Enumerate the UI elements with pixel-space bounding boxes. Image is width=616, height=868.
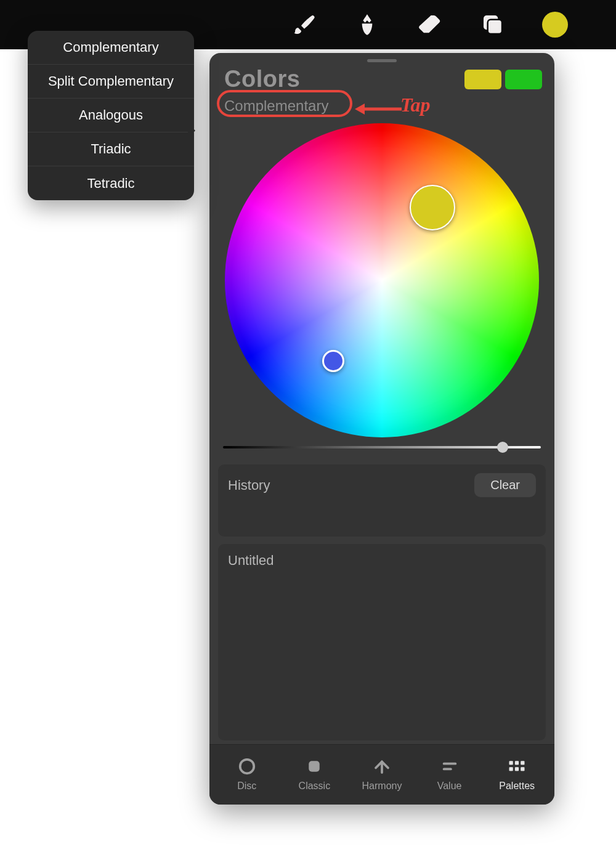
colors-panel: Colors Complementary Tap History Clear xyxy=(209,53,554,805)
panel-header: Colors xyxy=(209,65,554,95)
tab-label: Palettes xyxy=(499,781,535,792)
color-wheel[interactable] xyxy=(225,123,539,437)
annotation-text: Tap xyxy=(400,94,431,116)
current-color-chip[interactable] xyxy=(542,12,568,38)
history-swatch-grid[interactable] xyxy=(228,505,536,537)
brightness-slider-row xyxy=(209,446,554,461)
history-section: History Clear xyxy=(218,464,546,537)
tab-label: Harmony xyxy=(362,781,402,792)
tab-value[interactable]: Value xyxy=(419,756,480,792)
harmony-swatches xyxy=(464,70,542,89)
brightness-slider-thumb[interactable] xyxy=(497,442,508,453)
harmony-mode-label[interactable]: Complementary xyxy=(224,97,328,115)
layers-icon[interactable] xyxy=(479,11,506,38)
svg-marker-3 xyxy=(355,103,365,115)
tab-palettes[interactable]: Palettes xyxy=(486,756,548,792)
tab-label: Disc xyxy=(237,781,256,792)
tab-disc[interactable]: Disc xyxy=(216,756,278,792)
harmony-swatch-primary[interactable] xyxy=(464,70,501,89)
color-picker-primary[interactable] xyxy=(410,185,455,230)
svg-rect-5 xyxy=(309,761,320,772)
svg-rect-1 xyxy=(488,20,502,34)
palette-title[interactable]: Untitled xyxy=(228,553,536,569)
harmony-option-split-complementary[interactable]: Split Complementary xyxy=(28,65,194,99)
panel-drag-handle[interactable] xyxy=(367,59,397,62)
harmony-option-complementary[interactable]: Complementary xyxy=(28,31,194,65)
classic-icon xyxy=(304,756,325,777)
value-icon xyxy=(439,756,460,777)
harmony-icon xyxy=(371,756,392,777)
tab-harmony[interactable]: Harmony xyxy=(351,756,413,792)
colors-tabbar: Disc Classic Harmony Value Palettes xyxy=(209,744,554,805)
history-title: History xyxy=(228,477,474,493)
smudge-icon[interactable] xyxy=(354,11,381,38)
svg-point-4 xyxy=(240,759,254,773)
erase-icon[interactable] xyxy=(416,11,444,38)
panel-title: Colors xyxy=(224,66,464,92)
brightness-slider[interactable] xyxy=(223,446,541,448)
color-wheel-wrap xyxy=(209,117,554,446)
svg-rect-14 xyxy=(521,767,524,771)
palettes-icon xyxy=(506,756,527,777)
tab-classic[interactable]: Classic xyxy=(283,756,345,792)
harmony-label-row: Complementary Tap xyxy=(209,95,554,117)
harmony-dropdown: Complementary Split Complementary Analog… xyxy=(28,31,194,200)
svg-rect-7 xyxy=(442,762,456,765)
harmony-option-tetradic[interactable]: Tetradic xyxy=(28,166,194,200)
color-picker-secondary[interactable] xyxy=(322,350,344,372)
svg-rect-10 xyxy=(515,761,519,765)
svg-rect-8 xyxy=(442,768,452,770)
svg-rect-12 xyxy=(509,767,513,771)
svg-rect-9 xyxy=(509,761,513,765)
tab-label: Classic xyxy=(299,781,331,792)
history-clear-button[interactable]: Clear xyxy=(474,473,536,497)
palette-section: Untitled xyxy=(218,544,546,740)
svg-rect-13 xyxy=(515,767,519,771)
harmony-swatch-secondary[interactable] xyxy=(505,70,542,89)
harmony-option-analogous[interactable]: Analogous xyxy=(28,99,194,132)
palette-swatch-grid[interactable] xyxy=(228,576,536,672)
harmony-option-triadic[interactable]: Triadic xyxy=(28,132,194,166)
brush-icon[interactable] xyxy=(291,11,318,38)
disc-icon xyxy=(237,756,257,777)
tab-label: Value xyxy=(437,781,462,792)
svg-rect-11 xyxy=(521,761,524,765)
